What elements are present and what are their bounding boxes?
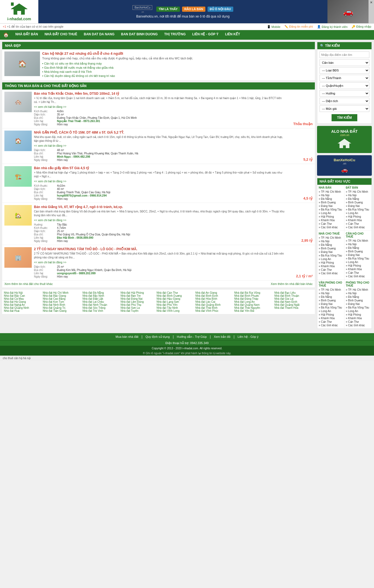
link[interactable]: Nhà đất Yên Bái: [234, 309, 254, 312]
list-item[interactable]: » Cần Thơ: [346, 320, 370, 324]
list-item[interactable]: » Bình Dương: [319, 247, 343, 250]
nav-ban-dat-binh-duong[interactable]: BAN DAT BINH DUONG: [118, 30, 161, 40]
prop-4-title[interactable]: Bán nhà Giảng Võ, 6T, MT rộng 4.7, ngõ ô…: [34, 205, 286, 209]
list-item[interactable]: » Long An: [319, 211, 343, 215]
banxehoicu-ad[interactable]: BanXeHoiCu .vn 🚗: [317, 155, 372, 176]
footer-nav-huong-dan[interactable]: Hướng dẫn - Trợ Giúp: [177, 335, 207, 338]
nav-thi-truong[interactable]: THỊ TRƯỜNG: [161, 30, 189, 40]
link[interactable]: Nhà đất Đắk Lắk: [82, 297, 103, 300]
list-item[interactable]: » Hà Nội: [319, 292, 343, 295]
list-item[interactable]: » Bình Dương: [346, 201, 370, 204]
link[interactable]: Nhà đất Bắc Ninh: [82, 294, 104, 297]
search-input[interactable]: [320, 51, 369, 58]
prop-1-readmore[interactable]: << xem chi tiết tin đăng >>: [34, 105, 66, 108]
list-item[interactable]: » Hà Nội: [346, 194, 370, 197]
ad-banner-main[interactable]: BanXeHoiCu .vn TÌM LÀ THẤY RẢO LÀ BÁN ĐỦ…: [38, 0, 327, 23]
link[interactable]: Nhà đất Vĩnh Phúc: [195, 309, 218, 312]
link[interactable]: Nhà đất Phú Yên: [157, 303, 177, 306]
link[interactable]: Nhà đất Hồ Chí Minh: [43, 291, 68, 294]
bullet-1[interactable]: • Căn hộ có siêu xe lên nhà bằng thang m…: [42, 62, 313, 66]
link[interactable]: Nhà đất Hà Nội: [4, 291, 23, 294]
list-item[interactable]: » Long An: [319, 257, 343, 261]
list-item[interactable]: » Đồng Nai: [346, 302, 370, 306]
login-link[interactable]: 🔑 Đăng nhập: [352, 25, 371, 28]
link[interactable]: Nhà đất Bạc Liêu: [274, 291, 296, 294]
list-item[interactable]: » Hải Phòng: [319, 215, 343, 218]
nha-dep-title[interactable]: Căn hộ Nhật 27 m2 nhưng đủ chỗ ở cho 4 n…: [42, 51, 313, 56]
link[interactable]: Nhà đất Nam Định: [274, 300, 297, 303]
list-item[interactable]: » Đồng Nai: [319, 302, 343, 306]
list-item[interactable]: » Long An: [346, 309, 370, 313]
list-item[interactable]: » Hà Nội: [319, 240, 343, 243]
link[interactable]: Nhà đất Bắc Giang: [43, 294, 66, 297]
list-item[interactable]: » TP. Hồ Chí Minh: [319, 288, 343, 292]
close-ad-button[interactable]: ✕: [369, 0, 374, 23]
list-item[interactable]: » Cần Thơ: [319, 320, 343, 324]
link[interactable]: Nhà đất Sóc Trăng: [82, 306, 105, 309]
list-item[interactable]: » Hải Phòng: [319, 261, 343, 264]
link[interactable]: Nhà đất Thanh Hóa: [274, 306, 298, 309]
link[interactable]: Nhà đất Quảng Ngãi: [274, 303, 300, 306]
list-item[interactable]: » Đà Nẵng: [319, 295, 343, 299]
mobile-link[interactable]: 📱 Mobile: [267, 25, 280, 28]
link[interactable]: Nhà đất Vĩnh Long: [157, 309, 180, 312]
list-item[interactable]: » Cần Thơ: [319, 222, 343, 226]
list-item[interactable]: » Các tỉnh khác: [319, 324, 343, 327]
link[interactable]: Nhà đất Bà Rịa Vũng: [234, 291, 260, 294]
list-item[interactable]: » Cần Thơ: [346, 222, 370, 226]
link[interactable]: Nhà đất Hậu Giang: [157, 297, 180, 300]
prop-5-readmore[interactable]: << xem chi tiết tin đăng >>: [34, 261, 66, 264]
link[interactable]: Nhà đất Ninh Thuận: [82, 303, 107, 306]
footer-nav-ban-do[interactable]: Xem bản đồ: [214, 335, 231, 338]
link[interactable]: Nhà đất An Giang: [195, 291, 217, 294]
link[interactable]: Nhà đất Quảng Nam: [234, 303, 260, 306]
list-item[interactable]: » Các tỉnh khác: [319, 226, 343, 229]
prop-4-readmore[interactable]: << xem chi tiết tin đăng >>: [34, 219, 66, 222]
view-more-rent[interactable]: Xem thêm tin nhà đất cho thuê khác: [4, 282, 53, 286]
list-item[interactable]: » Đà Nẵng: [319, 243, 343, 247]
link[interactable]: Nhà đất Tuyên: [120, 309, 138, 312]
list-item[interactable]: » Bà Rịa Vũng Tàu: [319, 254, 343, 257]
alo-nha-dat-ad[interactable]: ALO NHÀ ĐẤT .com.vn: [317, 126, 372, 153]
list-item[interactable]: » Long An: [346, 260, 370, 264]
bullet-3[interactable]: • Nhà không mái xanh mát ở Hà Tĩnh: [42, 70, 313, 74]
prop-2-title[interactable]: NHÀ GẦN PHỐ, CÁCH Ô TÔ 15M. DT 48M x 5T.…: [34, 131, 286, 134]
nav-home[interactable]: 🏠: [0, 30, 12, 40]
list-item[interactable]: » TP. Hồ Chí Minh: [319, 190, 343, 194]
link[interactable]: Nhà đất Lâm Đồng: [120, 300, 144, 303]
link[interactable]: Nhà đất Đồng Tháp: [234, 297, 258, 300]
link[interactable]: Nhà đất Thái Nguyên: [234, 306, 260, 309]
list-item[interactable]: » Bình Dương: [346, 299, 370, 302]
list-item[interactable]: » Cần Thơ: [346, 271, 370, 275]
list-item[interactable]: » Bà Rịa Vũng Tàu: [319, 306, 343, 309]
list-item[interactable]: » Hà Nội: [346, 292, 370, 295]
list-item[interactable]: » Bà Rịa Vũng Tàu: [346, 208, 370, 211]
quan-huyen-select[interactable]: --- Quận/Huyện: [320, 82, 369, 89]
link[interactable]: Nhà đất Cao Bằng: [43, 297, 65, 300]
link[interactable]: Nhà đất Hải Phòng: [120, 291, 144, 294]
link[interactable]: Nhà đất Sơn La: [120, 306, 140, 309]
link[interactable]: Nhà đất Quảng Trị: [43, 306, 65, 309]
nav-lien-ket[interactable]: LIÊN KẾT: [222, 30, 243, 40]
link[interactable]: Nhà đất Gia Lai: [274, 297, 294, 300]
list-item[interactable]: » Long An: [346, 211, 370, 215]
list-item[interactable]: » Đà Nẵng: [319, 197, 343, 201]
can-ban-select[interactable]: Cần bán: [320, 59, 369, 66]
list-item[interactable]: » Các tỉnh khác: [346, 324, 370, 327]
list-item[interactable]: » Khánh Hòa: [346, 218, 370, 222]
nav-ban-dat-da-nang[interactable]: BAN DAT DA NANG: [80, 30, 118, 40]
bullet-4[interactable]: • Căn hộ duyên dáng đủ không có chi tiết…: [42, 74, 313, 78]
dang-tin-link[interactable]: ✏️ Đăng tin miễn phí: [284, 25, 313, 28]
bullet-2[interactable]: • Gia đình Nhật để nước mưa rơi thẳng và…: [42, 66, 313, 70]
link[interactable]: Nhà đất Bình Định: [195, 294, 218, 297]
list-item[interactable]: » Đồng Nai: [319, 204, 343, 208]
register-link[interactable]: 👤 Đăng ký thành viên: [317, 25, 347, 28]
list-item[interactable]: » TP. Hồ Chí Minh: [346, 190, 370, 194]
footer-nav-quy-dinh[interactable]: Quy định sử dụng: [145, 335, 170, 338]
link[interactable]: Nhà đất Phú Thọ: [120, 303, 141, 306]
list-item[interactable]: » Hải Phòng: [346, 215, 370, 218]
list-item[interactable]: » Đà Nẵng: [346, 246, 370, 250]
nav-nha-dat-cho-thue[interactable]: NHÀ ĐẤT CHO THUÊ: [41, 30, 80, 40]
list-item[interactable]: » Long An: [319, 309, 343, 313]
list-item[interactable]: » Hải Phòng: [346, 313, 370, 316]
